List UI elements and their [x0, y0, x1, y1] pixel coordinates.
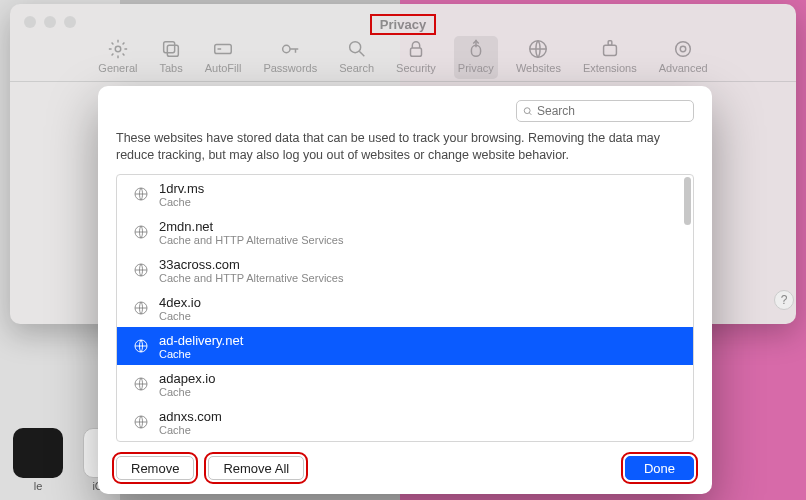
- website-row[interactable]: ad-delivery.netCache: [117, 327, 693, 365]
- tab-label: Privacy: [458, 62, 494, 74]
- globe-icon: [133, 338, 149, 354]
- tab-label: Advanced: [659, 62, 708, 74]
- svg-point-11: [680, 46, 686, 52]
- tab-advanced[interactable]: Advanced: [655, 36, 712, 79]
- svg-point-13: [524, 107, 530, 113]
- tab-extensions[interactable]: Extensions: [579, 36, 641, 79]
- website-domain: adnxs.com: [159, 409, 222, 424]
- passwords-icon: [279, 38, 301, 60]
- tab-privacy[interactable]: Privacy: [454, 36, 498, 79]
- tab-security[interactable]: Security: [392, 36, 440, 79]
- preferences-tab-bar: GeneralTabsAutoFillPasswordsSearchSecuri…: [10, 36, 796, 82]
- svg-point-0: [115, 46, 121, 52]
- extensions-icon: [599, 38, 621, 60]
- search-input[interactable]: [537, 104, 687, 118]
- svg-line-6: [359, 51, 364, 56]
- website-list[interactable]: 1drv.msCache2mdn.netCache and HTTP Alter…: [116, 174, 694, 442]
- general-icon: [107, 38, 129, 60]
- websites-icon: [527, 38, 549, 60]
- svg-line-14: [529, 112, 531, 114]
- tab-search[interactable]: Search: [335, 36, 378, 79]
- help-button[interactable]: ?: [774, 290, 794, 310]
- tabs-icon: [160, 38, 182, 60]
- website-row[interactable]: adapex.ioCache: [117, 365, 693, 403]
- svg-point-5: [349, 42, 360, 53]
- website-domain: ad-delivery.net: [159, 333, 243, 348]
- tab-label: Passwords: [263, 62, 317, 74]
- svg-point-12: [676, 42, 691, 57]
- website-domain: 2mdn.net: [159, 219, 343, 234]
- tab-label: Extensions: [583, 62, 637, 74]
- advanced-icon: [672, 38, 694, 60]
- privacy-icon: [465, 38, 487, 60]
- website-row[interactable]: 33across.comCache and HTTP Alternative S…: [117, 251, 693, 289]
- website-domain: 33across.com: [159, 257, 343, 272]
- tab-label: Security: [396, 62, 436, 74]
- tab-label: Search: [339, 62, 374, 74]
- website-detail: Cache: [159, 196, 204, 208]
- svg-point-4: [283, 45, 290, 52]
- svg-rect-10: [608, 41, 612, 46]
- globe-icon: [133, 414, 149, 430]
- website-detail: Cache: [159, 310, 201, 322]
- sheet-description: These websites have stored data that can…: [116, 130, 694, 164]
- done-button[interactable]: Done: [625, 456, 694, 480]
- svg-rect-9: [603, 45, 616, 55]
- website-domain: adapex.io: [159, 371, 215, 386]
- globe-icon: [133, 224, 149, 240]
- website-row[interactable]: 2mdn.netCache and HTTP Alternative Servi…: [117, 213, 693, 251]
- website-data-sheet: These websites have stored data that can…: [98, 86, 712, 494]
- globe-icon: [133, 300, 149, 316]
- globe-icon: [133, 262, 149, 278]
- scrollbar-thumb[interactable]: [684, 177, 691, 225]
- website-detail: Cache and HTTP Alternative Services: [159, 234, 343, 246]
- remove-all-button[interactable]: Remove All: [208, 456, 304, 480]
- security-icon: [405, 38, 427, 60]
- search-icon: [346, 38, 368, 60]
- tab-tabs[interactable]: Tabs: [155, 36, 186, 79]
- tab-passwords[interactable]: Passwords: [259, 36, 321, 79]
- website-row[interactable]: 1drv.msCache: [117, 175, 693, 213]
- autofill-icon: [212, 38, 234, 60]
- tab-label: AutoFill: [205, 62, 242, 74]
- dock-item[interactable]: le: [8, 428, 68, 492]
- tab-label: Tabs: [159, 62, 182, 74]
- website-domain: 4dex.io: [159, 295, 201, 310]
- svg-rect-3: [215, 44, 232, 53]
- globe-icon: [133, 186, 149, 202]
- search-icon: [523, 105, 533, 118]
- tab-label: General: [98, 62, 137, 74]
- svg-rect-2: [167, 45, 178, 56]
- svg-rect-7: [410, 48, 421, 56]
- tab-autofill[interactable]: AutoFill: [201, 36, 246, 79]
- globe-icon: [133, 376, 149, 392]
- website-detail: Cache: [159, 348, 243, 360]
- website-detail: Cache and HTTP Alternative Services: [159, 272, 343, 284]
- remove-button[interactable]: Remove: [116, 456, 194, 480]
- svg-rect-1: [164, 42, 175, 53]
- window-title: Privacy: [10, 14, 796, 35]
- tab-websites[interactable]: Websites: [512, 36, 565, 79]
- tab-general[interactable]: General: [94, 36, 141, 79]
- search-field-wrap[interactable]: [516, 100, 694, 122]
- website-row[interactable]: adnxs.comCache: [117, 403, 693, 441]
- website-detail: Cache: [159, 386, 215, 398]
- website-domain: 1drv.ms: [159, 181, 204, 196]
- website-detail: Cache: [159, 424, 222, 436]
- tab-label: Websites: [516, 62, 561, 74]
- website-row[interactable]: 4dex.ioCache: [117, 289, 693, 327]
